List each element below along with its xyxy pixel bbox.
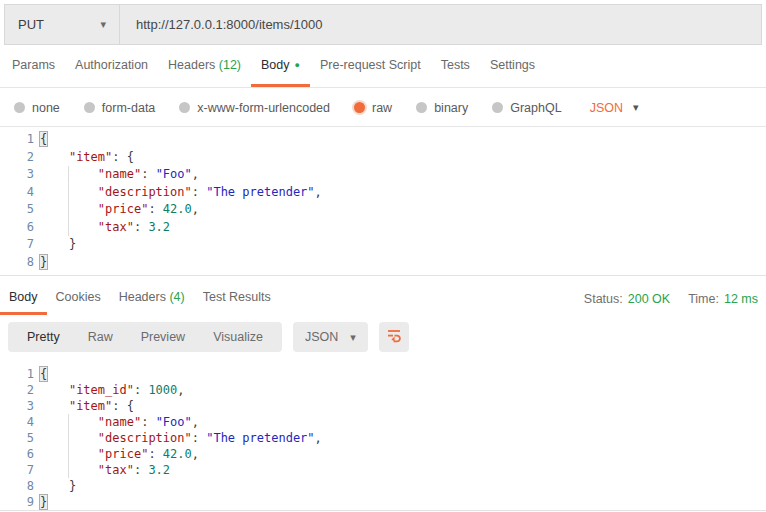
code-line: 1{ — [0, 131, 766, 149]
body-type-option-none[interactable]: none — [14, 101, 60, 115]
response-tab-body[interactable]: Body — [0, 283, 47, 315]
body-type-option-GraphQL[interactable]: GraphQL — [492, 101, 561, 115]
response-tabs: BodyCookiesHeaders (4)Test Results — [0, 283, 280, 315]
code-line: 8} — [0, 254, 766, 272]
code-token: : — [134, 463, 148, 477]
code-token: { — [40, 132, 47, 146]
code-token — [69, 202, 98, 216]
code-token — [69, 167, 98, 181]
radio-icon — [14, 102, 25, 113]
code-token: , — [192, 415, 199, 429]
tab-body[interactable]: Body● — [251, 45, 310, 87]
code-token — [69, 185, 98, 199]
tab-tests[interactable]: Tests — [431, 45, 480, 87]
body-type-option-binary[interactable]: binary — [416, 101, 468, 115]
code-line: 7 "tax": 3.2 — [0, 462, 766, 478]
code-token: "item" — [69, 399, 112, 413]
code-token — [40, 479, 69, 493]
tab-label: Settings — [490, 58, 535, 72]
wrap-text-button[interactable] — [379, 322, 409, 352]
code-line: 3 "item": { — [0, 398, 766, 414]
view-tab-visualize[interactable]: Visualize — [199, 322, 277, 352]
code-token: "tax" — [98, 220, 134, 234]
indent-guide — [40, 446, 69, 462]
code-token: , — [315, 431, 322, 445]
code-token: "price" — [98, 447, 149, 461]
code-text: "name": "Foo", — [40, 414, 199, 430]
chevron-down-icon: ▾ — [100, 18, 106, 31]
line-number: 2 — [0, 382, 34, 398]
code-token — [40, 150, 69, 164]
url-input[interactable]: http://127.0.0.1:8000/items/1000 — [120, 5, 761, 44]
wrap-text-icon — [386, 327, 402, 347]
line-number: 1 — [0, 366, 34, 382]
code-token: "Foo" — [156, 415, 192, 429]
body-type-option-form-data[interactable]: form-data — [84, 101, 156, 115]
tab-label: Tests — [441, 58, 470, 72]
code-token: "Foo" — [156, 167, 192, 181]
code-line: 9} — [0, 494, 766, 510]
chevron-down-icon[interactable]: ▾ — [633, 101, 639, 114]
body-language-dropdown[interactable]: JSON — [590, 101, 623, 115]
response-tab-headers[interactable]: Headers (4) — [110, 283, 194, 315]
indent-guide — [40, 166, 69, 184]
line-number: 8 — [0, 478, 34, 494]
tab-label: Params — [12, 58, 55, 72]
code-token: "item" — [69, 150, 112, 164]
view-tab-pretty[interactable]: Pretty — [13, 322, 74, 352]
tab-authorization[interactable]: Authorization — [65, 45, 158, 87]
tab-label: Headers — [168, 58, 219, 72]
tab-headers[interactable]: Headers (12) — [158, 45, 251, 87]
code-token: 42.0 — [163, 202, 192, 216]
code-line: 2 "item_id": 1000, — [0, 382, 766, 398]
indent-guide — [40, 414, 69, 430]
code-text: { — [40, 366, 47, 382]
body-type-row: noneform-datax-www-form-urlencodedrawbin… — [0, 89, 766, 127]
line-number: 7 — [0, 462, 34, 478]
code-line: 7 } — [0, 236, 766, 254]
view-tab-raw[interactable]: Raw — [74, 322, 127, 352]
response-tab-cookies[interactable]: Cookies — [47, 283, 110, 315]
radio-label: none — [32, 101, 60, 115]
code-line: 4 "description": "The pretender", — [0, 184, 766, 202]
line-number: 6 — [0, 446, 34, 462]
code-token: : — [141, 415, 155, 429]
response-language-dropdown[interactable]: JSON ▾ — [293, 322, 368, 352]
tab-label: Cookies — [56, 290, 101, 304]
code-token: , — [192, 167, 199, 181]
response-body-editor[interactable]: 1{2 "item_id": 1000,3 "item": {4 "name":… — [0, 364, 766, 511]
response-tab-test-results[interactable]: Test Results — [194, 283, 280, 315]
code-line: 5 "price": 42.0, — [0, 201, 766, 219]
tab-params[interactable]: Params — [2, 45, 65, 87]
code-token: : { — [112, 399, 134, 413]
code-token: "The pretender" — [206, 185, 314, 199]
indent-guide — [40, 201, 69, 219]
response-toolbar: PrettyRawPreviewVisualize JSON ▾ — [8, 322, 409, 352]
code-text: } — [40, 254, 47, 272]
code-token — [40, 237, 69, 251]
code-token: } — [69, 237, 76, 251]
tab-label: Test Results — [203, 290, 271, 304]
code-line: 8 } — [0, 478, 766, 494]
code-line: 6 "tax": 3.2 — [0, 219, 766, 237]
line-number: 4 — [0, 414, 34, 430]
code-token: } — [69, 479, 76, 493]
request-body-editor[interactable]: 1{2 "item": {3 "name": "Foo",4 "descript… — [0, 128, 766, 276]
body-type-option-x-www-form-urlencoded[interactable]: x-www-form-urlencoded — [179, 101, 330, 115]
code-token — [69, 431, 98, 445]
code-token: 1000 — [148, 383, 177, 397]
line-number: 5 — [0, 201, 34, 219]
code-token: : — [192, 431, 206, 445]
code-token: 3.2 — [148, 220, 170, 234]
code-token: { — [40, 367, 47, 381]
tab-count-badge: (12) — [219, 58, 241, 72]
body-type-option-raw[interactable]: raw — [354, 101, 392, 115]
code-line: 5 "description": "The pretender", — [0, 430, 766, 446]
tab-pre-request-script[interactable]: Pre-request Script — [310, 45, 431, 87]
view-tab-preview[interactable]: Preview — [127, 322, 199, 352]
method-dropdown[interactable]: PUT ▾ — [5, 5, 120, 44]
code-text: "tax": 3.2 — [40, 219, 170, 237]
indent-guide — [40, 219, 69, 237]
tab-settings[interactable]: Settings — [480, 45, 545, 87]
chevron-down-icon: ▾ — [350, 331, 356, 344]
